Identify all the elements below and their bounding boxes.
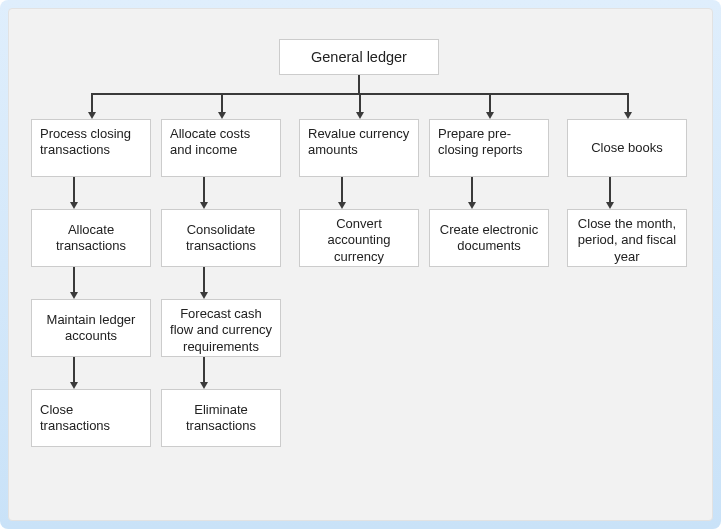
node-label: Allocate transactions	[40, 222, 142, 255]
node-label: Prepare pre-closing reports	[438, 126, 540, 159]
node: Close transactions	[31, 389, 151, 447]
connector	[489, 93, 491, 112]
connector	[73, 357, 75, 382]
node: Create electronic documents	[429, 209, 549, 267]
arrowhead-icon	[70, 382, 78, 389]
connector	[471, 177, 473, 202]
node: Forecast cash flow and currency requirem…	[161, 299, 281, 357]
arrowhead-icon	[624, 112, 632, 119]
node-label: Eliminate transactions	[170, 402, 272, 435]
arrowhead-icon	[70, 292, 78, 299]
node: Allocate transactions	[31, 209, 151, 267]
node: Convert accounting currency	[299, 209, 419, 267]
node: Close the month, period, and fiscal year	[567, 209, 687, 267]
node-label: Close transactions	[40, 402, 142, 435]
node-label: Forecast cash flow and currency requirem…	[170, 306, 272, 355]
connector	[203, 357, 205, 382]
connector	[221, 93, 223, 112]
arrowhead-icon	[200, 202, 208, 209]
connector	[358, 75, 360, 93]
arrowhead-icon	[218, 112, 226, 119]
arrowhead-icon	[88, 112, 96, 119]
arrowhead-icon	[200, 292, 208, 299]
node: Maintain ledger accounts	[31, 299, 151, 357]
node-label: Process closing transactions	[40, 126, 142, 159]
arrowhead-icon	[606, 202, 614, 209]
node-label: Close books	[591, 140, 663, 156]
connector	[73, 267, 75, 292]
connector	[91, 93, 93, 112]
diagram-frame: General ledger Process closing transacti…	[0, 0, 721, 529]
node: Consolidate transactions	[161, 209, 281, 267]
node-label: Create electronic documents	[438, 222, 540, 255]
node-label: Consolidate transactions	[170, 222, 272, 255]
connector	[359, 93, 361, 112]
arrowhead-icon	[338, 202, 346, 209]
node: Prepare pre-closing reports	[429, 119, 549, 177]
arrowhead-icon	[486, 112, 494, 119]
node-label: Close the month, period, and fiscal year	[576, 216, 678, 265]
connector	[341, 177, 343, 202]
connector	[203, 267, 205, 292]
connector	[609, 177, 611, 202]
diagram-canvas: General ledger Process closing transacti…	[8, 8, 713, 521]
connector	[627, 93, 629, 112]
node-label: Revalue currency amounts	[308, 126, 410, 159]
node-label: Allocate costs and income	[170, 126, 272, 159]
node: Close books	[567, 119, 687, 177]
node: Revalue currency amounts	[299, 119, 419, 177]
node-label: Maintain ledger accounts	[40, 312, 142, 345]
node-root: General ledger	[279, 39, 439, 75]
node: Process closing transactions	[31, 119, 151, 177]
node: Allocate costs and income	[161, 119, 281, 177]
node-label: Convert accounting currency	[308, 216, 410, 265]
node: Eliminate transactions	[161, 389, 281, 447]
arrowhead-icon	[200, 382, 208, 389]
connector	[203, 177, 205, 202]
connector	[73, 177, 75, 202]
arrowhead-icon	[468, 202, 476, 209]
node-root-label: General ledger	[311, 48, 407, 66]
arrowhead-icon	[70, 202, 78, 209]
arrowhead-icon	[356, 112, 364, 119]
